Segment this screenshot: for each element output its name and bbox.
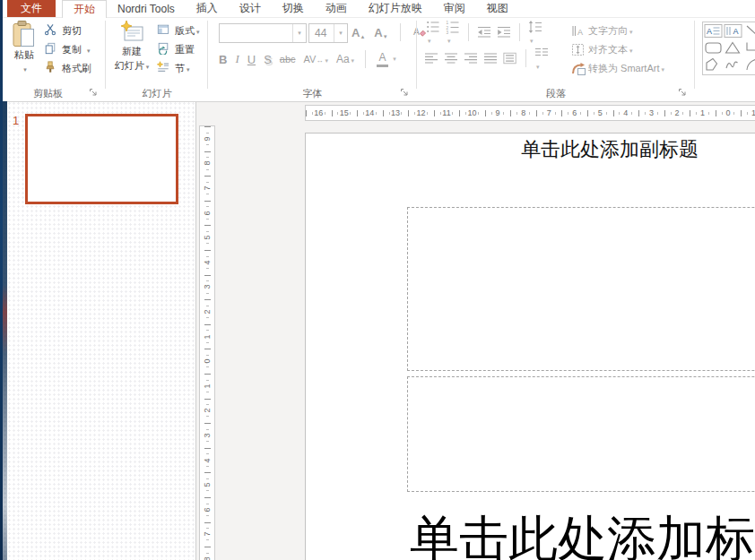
align-text-label: 对齐文本: [588, 43, 633, 56]
paragraph-group-label: 段落: [417, 87, 695, 100]
line-spacing-button[interactable]: [528, 20, 542, 45]
tab-insert[interactable]: 插入: [186, 0, 229, 17]
paste-button[interactable]: 粘贴: [6, 21, 42, 73]
tab-home[interactable]: 开始: [62, 0, 107, 18]
align-text-button[interactable]: 对齐文本: [571, 40, 664, 59]
layout-button[interactable]: 版式: [157, 22, 200, 39]
tab-animations[interactable]: 动画: [315, 0, 358, 17]
copy-dropdown[interactable]: [85, 44, 91, 55]
columns-button[interactable]: [534, 46, 549, 71]
numbering-button[interactable]: 1 2 3: [446, 20, 460, 45]
align-center-button[interactable]: [444, 51, 458, 65]
bullets-button[interactable]: [426, 20, 440, 45]
tab-transitions[interactable]: 切换: [272, 0, 315, 17]
divider: [400, 23, 401, 41]
italic-button[interactable]: I: [235, 52, 239, 66]
clipboard-dialog-launcher[interactable]: [89, 88, 100, 99]
copy-button[interactable]: 复制: [44, 40, 91, 58]
font-color-button[interactable]: A: [377, 51, 396, 67]
clipboard-group: 粘贴 剪切: [3, 17, 106, 101]
font-group: ▾ 44 ▾ A▲ A▼ A: [208, 17, 417, 101]
section-label: 节: [175, 62, 190, 75]
font-name-combobox[interactable]: ▾: [219, 23, 307, 43]
new-slide-icon: [119, 21, 144, 44]
reset-icon: [157, 42, 171, 56]
title-placeholder-text[interactable]: 单击此处添加标题: [410, 513, 755, 560]
svg-text:3: 3: [447, 30, 449, 34]
title-placeholder[interactable]: [407, 207, 755, 371]
decrease-indent-button[interactable]: [477, 25, 491, 39]
clipboard-group-label: 剪贴板: [3, 87, 93, 100]
cut-label: 剪切: [62, 24, 82, 38]
slide-number: 1: [13, 114, 19, 127]
shapes-gallery[interactable]: A A: [702, 22, 755, 75]
increase-font-size-button[interactable]: A▲: [351, 26, 365, 39]
cut-button[interactable]: 剪切: [44, 22, 82, 39]
slide-thumbnail-panel[interactable]: 1: [3, 101, 195, 560]
font-dialog-launcher[interactable]: [400, 88, 411, 99]
format-painter-button[interactable]: 格式刷: [44, 59, 91, 77]
distribute-text-button[interactable]: [503, 51, 517, 65]
paragraph-row2: [424, 49, 549, 67]
bold-button[interactable]: B: [219, 53, 227, 66]
tab-view[interactable]: 视图: [476, 0, 519, 17]
justify-button[interactable]: [483, 51, 498, 65]
section-button[interactable]: 节: [157, 59, 190, 77]
layout-icon: [157, 23, 171, 38]
tab-review[interactable]: 审阅: [433, 0, 476, 17]
tab-design[interactable]: 设计: [229, 0, 272, 17]
layout-label: 版式: [175, 24, 200, 38]
desktop-wallpaper-strip: [3, 101, 7, 560]
align-left-button[interactable]: [424, 51, 438, 65]
decrease-font-size-button[interactable]: A▼: [374, 26, 387, 39]
underline-button[interactable]: U: [247, 53, 256, 66]
font-size-buttons: A▲ A▼ A: [351, 23, 426, 41]
slides-group: 新建 幻灯片 版式: [106, 17, 208, 101]
paragraph-group: 1 2 3: [417, 17, 695, 101]
new-slide-button[interactable]: 新建 幻灯片: [111, 21, 152, 73]
character-spacing-button[interactable]: AV↔: [304, 54, 328, 65]
tab-nordri-tools[interactable]: Nordri Tools: [107, 0, 186, 17]
strikethrough-button[interactable]: abc: [280, 54, 296, 65]
text-direction-button[interactable]: A 文字方向: [571, 22, 664, 40]
align-right-button[interactable]: [464, 51, 478, 65]
slide-1-thumbnail[interactable]: [25, 114, 178, 204]
divider: [519, 23, 520, 41]
section-icon: [157, 61, 171, 75]
panel-divider[interactable]: [195, 101, 196, 560]
desktop-edge-strip: [0, 0, 3, 560]
ribbon-tab-bar: 文件 开始 Nordri Tools 插入 设计 切换 动画 幻灯片放映 审阅 …: [3, 0, 755, 18]
divider: [468, 23, 469, 41]
subtitle-placeholder-text[interactable]: 单击此处添加副标题: [521, 136, 699, 163]
copy-label: 复制: [62, 43, 82, 56]
format-painter-icon: [44, 61, 58, 75]
font-format-row: B I U S abc AV↔ Aa A: [219, 49, 396, 69]
tab-slideshow[interactable]: 幻灯片放映: [358, 0, 433, 17]
vertical-ruler: 987654321012345678: [199, 125, 215, 560]
slide-editing-area[interactable]: 单击此处添加标题 单击此处添加副标题: [305, 133, 755, 560]
subtitle-placeholder[interactable]: [407, 376, 755, 492]
ribbon: 粘贴 剪切: [3, 17, 755, 102]
reset-button[interactable]: 重置: [157, 40, 195, 58]
convert-to-smartart-button[interactable]: 转换为 SmartArt: [571, 59, 664, 78]
paste-dropdown[interactable]: [22, 63, 27, 73]
font-group-label: 字体: [208, 87, 417, 100]
paragraph-row1: 1 2 3: [426, 23, 542, 41]
new-slide-label-line1: 新建: [122, 45, 142, 58]
change-case-button[interactable]: Aa: [336, 53, 354, 65]
font-name-dropdown-arrow[interactable]: ▾: [292, 24, 306, 42]
paste-label: 粘贴: [14, 48, 34, 62]
svg-text:A: A: [707, 27, 712, 36]
horizontal-ruler: 1615141312111098765432101: [305, 105, 755, 121]
svg-text:2: 2: [447, 26, 449, 30]
copy-icon: [44, 42, 58, 56]
font-size-dropdown-arrow[interactable]: ▾: [334, 24, 347, 42]
font-size-value: 44: [309, 27, 334, 39]
increase-indent-button[interactable]: [497, 25, 511, 39]
smartart-label: 转换为 SmartArt: [588, 62, 664, 75]
paragraph-dialog-launcher[interactable]: [678, 88, 689, 99]
tab-file[interactable]: 文件: [7, 0, 56, 17]
text-shadow-button[interactable]: S: [264, 53, 272, 66]
font-color-bar: [377, 65, 388, 67]
font-size-combobox[interactable]: 44 ▾: [308, 23, 348, 43]
